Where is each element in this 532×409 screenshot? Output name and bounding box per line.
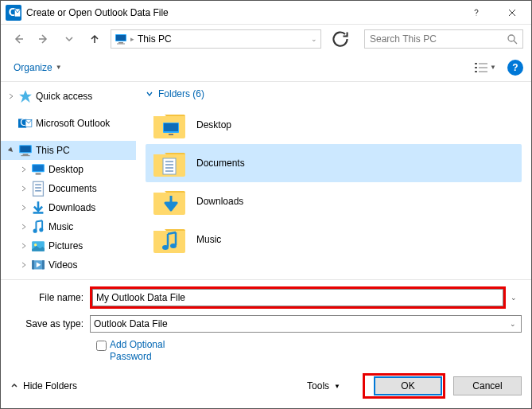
filename-input[interactable] bbox=[92, 289, 503, 306]
help-button[interactable]: ? bbox=[507, 60, 523, 76]
tools-button[interactable]: Tools ▼ bbox=[301, 377, 347, 395]
search-icon bbox=[507, 33, 518, 45]
tree-quick-access[interactable]: Quick access bbox=[1, 87, 136, 106]
svg-rect-34 bbox=[32, 260, 34, 269]
folder-label: Music bbox=[196, 234, 221, 245]
pc-icon bbox=[115, 33, 127, 45]
chevron-down-icon[interactable]: ⌄ bbox=[311, 35, 317, 43]
svg-rect-4 bbox=[116, 35, 126, 41]
svg-rect-18 bbox=[20, 146, 31, 152]
nav-recent-dropdown[interactable] bbox=[60, 29, 79, 49]
folder-downloads-icon bbox=[152, 186, 187, 216]
folder-downloads[interactable]: Downloads bbox=[146, 182, 522, 220]
breadcrumb-location: This PC bbox=[138, 33, 172, 45]
folder-label: Downloads bbox=[196, 196, 243, 207]
svg-rect-23 bbox=[36, 173, 41, 175]
outlook-icon: O bbox=[6, 5, 21, 21]
svg-rect-12 bbox=[475, 71, 477, 72]
close-window-button[interactable] bbox=[494, 1, 530, 25]
svg-rect-37 bbox=[164, 123, 178, 131]
tree-microsoft-outlook[interactable]: O Microsoft Outlook bbox=[1, 114, 136, 133]
folder-desktop[interactable]: Desktop bbox=[146, 106, 522, 144]
hide-folders-button[interactable]: Hide Folders bbox=[10, 380, 77, 391]
quick-access-icon bbox=[18, 90, 33, 103]
nav-row: ▸ This PC ⌄ bbox=[1, 25, 531, 53]
nav-up-button[interactable] bbox=[85, 29, 104, 49]
folder-content: Folders (6) Desktop Documents Downloads … bbox=[136, 82, 531, 279]
pictures-icon bbox=[31, 240, 45, 252]
svg-rect-35 bbox=[42, 260, 45, 269]
nav-back-button[interactable] bbox=[9, 29, 28, 49]
view-options-button[interactable]: ▼ bbox=[470, 59, 501, 76]
title-bar: O Create or Open Outlook Data File bbox=[1, 1, 531, 25]
filename-dropdown[interactable]: ⌄ bbox=[506, 294, 522, 302]
folder-music-icon bbox=[152, 224, 187, 255]
downloads-icon bbox=[31, 201, 45, 214]
svg-rect-22 bbox=[33, 165, 44, 171]
filename-label: File name: bbox=[10, 292, 90, 303]
filename-field[interactable] bbox=[96, 292, 499, 303]
add-password-label[interactable]: Add Optional Password bbox=[110, 339, 173, 364]
svg-point-45 bbox=[170, 243, 177, 248]
chevron-right-icon: ▸ bbox=[130, 35, 134, 43]
svg-rect-38 bbox=[169, 134, 173, 135]
saveas-type-dropdown[interactable]: Outlook Data File ⌄ bbox=[90, 315, 522, 333]
cancel-button[interactable]: Cancel bbox=[453, 376, 522, 395]
window-title: Create or Open Outlook Data File bbox=[26, 7, 458, 18]
videos-icon bbox=[31, 259, 45, 271]
breadcrumb[interactable]: ▸ This PC ⌄ bbox=[111, 29, 321, 49]
tree-documents[interactable]: Documents bbox=[1, 179, 136, 198]
svg-rect-9 bbox=[479, 63, 487, 64]
ok-button[interactable]: OK bbox=[374, 376, 442, 395]
search-box[interactable] bbox=[364, 29, 523, 49]
svg-rect-11 bbox=[479, 67, 487, 68]
svg-rect-28 bbox=[33, 212, 44, 214]
refresh-button[interactable] bbox=[331, 29, 350, 49]
svg-rect-13 bbox=[479, 71, 487, 72]
folders-group-header[interactable]: Folders (6) bbox=[146, 88, 522, 99]
saveas-label: Save as type: bbox=[10, 318, 90, 329]
bottom-panel: File name: ⌄ Save as type: Outlook Data … bbox=[1, 280, 531, 408]
documents-icon bbox=[31, 182, 45, 195]
organize-button[interactable]: Organize ▼ bbox=[9, 59, 67, 76]
add-password-checkbox[interactable] bbox=[96, 341, 107, 351]
svg-point-7 bbox=[508, 35, 515, 41]
tree-desktop[interactable]: Desktop bbox=[1, 160, 136, 179]
svg-rect-24 bbox=[33, 181, 44, 196]
outlook-small-icon: O bbox=[18, 117, 33, 130]
pc-icon bbox=[18, 144, 33, 157]
search-input[interactable] bbox=[370, 33, 507, 45]
help-window-button[interactable] bbox=[458, 1, 494, 25]
folder-music[interactable]: Music bbox=[146, 220, 522, 259]
folder-documents[interactable]: Documents bbox=[146, 144, 522, 182]
svg-rect-5 bbox=[118, 42, 123, 44]
folder-documents-icon bbox=[152, 148, 187, 178]
nav-forward-button[interactable] bbox=[34, 29, 53, 49]
svg-rect-8 bbox=[475, 63, 477, 64]
svg-rect-6 bbox=[117, 44, 125, 45]
svg-rect-39 bbox=[163, 158, 176, 174]
svg-point-30 bbox=[39, 228, 43, 232]
tree-pictures[interactable]: Pictures bbox=[1, 236, 136, 255]
svg-point-44 bbox=[162, 245, 169, 250]
tree-music[interactable]: Music bbox=[1, 217, 136, 236]
desktop-icon bbox=[31, 163, 45, 176]
folder-label: Desktop bbox=[196, 119, 231, 130]
tree-this-pc[interactable]: This PC bbox=[1, 141, 136, 160]
svg-rect-10 bbox=[475, 67, 477, 68]
toolbar: Organize ▼ ▼ ? bbox=[1, 53, 531, 82]
tree-downloads[interactable]: Downloads bbox=[1, 198, 136, 217]
music-icon bbox=[31, 220, 45, 233]
main-area: Quick access O Microsoft Outlook This PC… bbox=[1, 82, 531, 280]
folder-label: Documents bbox=[196, 158, 245, 169]
svg-rect-19 bbox=[23, 154, 29, 156]
svg-rect-20 bbox=[21, 155, 29, 156]
folder-desktop-icon bbox=[152, 110, 187, 140]
tree-videos[interactable]: Videos bbox=[1, 255, 136, 275]
nav-tree: Quick access O Microsoft Outlook This PC… bbox=[1, 82, 136, 279]
svg-point-29 bbox=[33, 229, 37, 233]
